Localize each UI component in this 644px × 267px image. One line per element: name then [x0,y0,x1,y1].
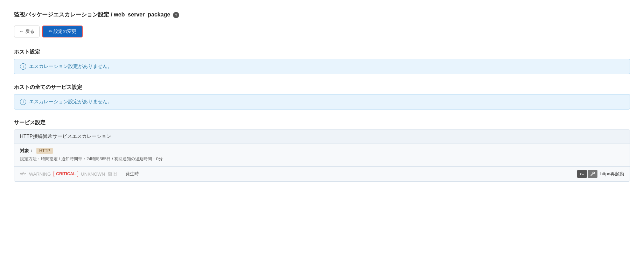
status-warning-label: WARNING [29,171,51,177]
svg-point-3 [593,172,595,174]
service-target-row: 対象： HTTP [20,148,624,154]
status-critical-badge: CRITICAL [54,171,78,177]
service-card-body: 対象： HTTP 設定方法：時間指定 / 通知時間帯：24時間365日 / 初回… [14,143,630,167]
action-icons [577,170,597,178]
info-icon-2: i [20,99,26,105]
page-header: 監視パッケージエスカレーション設定 / web_server_package ? [14,11,630,19]
help-icon[interactable]: ? [173,12,179,18]
host-section-title: ホスト設定 [14,49,630,55]
tool-icon [588,170,597,178]
host-empty-message: エスカレーション設定がありません。 [29,63,112,70]
status-unknown-label: UNKNOWN [81,171,105,177]
host-services-section: ホストの全てのサービス設定 i エスカレーション設定がありません。 [14,84,630,110]
host-services-empty-box: i エスカレーション設定がありません。 [14,94,630,110]
wave-icon [20,171,26,176]
service-card-header: HTTP接続異常サービスエスカレーション [14,130,630,143]
status-indicators: WARNING CRITICAL UNKNOWN 復旧 発生時 [20,171,139,177]
back-button[interactable]: ← 戻る [14,26,40,37]
page-title: 監視パッケージエスカレーション設定 / web_server_package [14,11,170,19]
occurrence-label: 発生時 [125,171,139,177]
toolbar: ← 戻る ✏ 設定の変更 [14,26,630,37]
edit-button[interactable]: ✏ 設定の変更 [42,26,83,37]
terminal-icon [577,170,587,178]
svg-rect-0 [580,172,584,176]
host-empty-box: i エスカレーション設定がありません。 [14,59,630,74]
status-recovery-label: 復旧 [108,171,117,177]
service-card: HTTP接続異常サービスエスカレーション 対象： HTTP 設定方法：時間指定 … [14,129,630,182]
service-target-label: 対象： [20,148,34,154]
service-section-title: サービス設定 [14,119,630,126]
service-tag: HTTP [36,148,53,154]
info-icon: i [20,63,26,70]
action-area: httpd再起動 [577,170,624,178]
host-services-empty-message: エスカレーション設定がありません。 [29,99,112,105]
service-card-footer: WARNING CRITICAL UNKNOWN 復旧 発生時 [14,167,630,181]
service-config-text: 設定方法：時間指定 / 通知時間帯：24時間365日 / 初回通知の遅延時間：0… [20,156,624,162]
service-section: サービス設定 HTTP接続異常サービスエスカレーション 対象： HTTP 設定方… [14,119,630,182]
host-services-section-title: ホストの全てのサービス設定 [14,84,630,91]
host-section: ホスト設定 i エスカレーション設定がありません。 [14,49,630,74]
action-text: httpd再起動 [600,171,624,177]
